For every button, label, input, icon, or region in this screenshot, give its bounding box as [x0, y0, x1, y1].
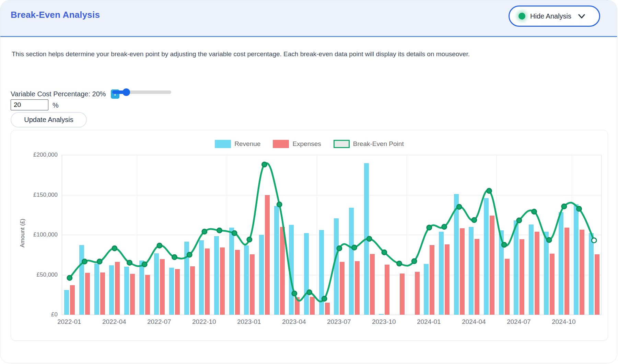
breakeven-point-2022-07[interactable]	[157, 243, 162, 248]
breakeven-point-2024-02[interactable]	[442, 225, 447, 229]
breakeven-point-2023-06[interactable]	[322, 296, 327, 301]
breakeven-point-2023-03[interactable]	[277, 202, 282, 207]
breakeven-point-2023-12[interactable]	[412, 259, 417, 264]
breakeven-point-2024-11[interactable]	[577, 206, 582, 211]
breakeven-point-2022-12[interactable]	[232, 231, 237, 235]
breakeven-point-2024-06[interactable]	[502, 242, 506, 247]
breakeven-point-2024-01[interactable]	[427, 225, 432, 230]
breakeven-point-2022-10[interactable]	[202, 229, 207, 234]
y-tick-label: £50,000	[37, 271, 58, 278]
legend-item-expenses[interactable]: Expenses	[273, 140, 321, 148]
x-tick-label: 2022-07	[147, 318, 171, 326]
x-tick-label: 2024-04	[462, 318, 486, 326]
y-tick-label: £200,000	[33, 151, 58, 158]
y-axis-title: Amount (£)	[19, 213, 26, 254]
breakeven-point-2022-09[interactable]	[187, 252, 192, 257]
breakeven-point-2022-05[interactable]	[127, 260, 132, 265]
breakeven-point-2024-03[interactable]	[457, 204, 462, 209]
breakeven-swatch	[334, 140, 350, 148]
y-tick-label: £0	[51, 311, 58, 318]
breakeven-point-2024-07[interactable]	[517, 218, 522, 223]
breakeven-point-2022-04[interactable]	[112, 246, 117, 251]
revenue-swatch	[215, 140, 231, 148]
variable-cost-slider[interactable]	[112, 88, 171, 96]
breakeven-point-2024-08[interactable]	[532, 209, 537, 214]
x-tick-label: 2022-04	[102, 318, 126, 326]
x-tick-label: 2022-01	[57, 318, 81, 326]
breakeven-point-2022-08[interactable]	[172, 255, 177, 259]
breakeven-point-2023-09[interactable]	[367, 236, 372, 241]
hide-analysis-button[interactable]: Hide Analysis	[509, 5, 600, 27]
breakeven-point-2022-03[interactable]	[97, 259, 102, 264]
breakeven-point-2023-04[interactable]	[292, 291, 297, 296]
status-dot-icon	[518, 13, 525, 20]
chevron-down-icon	[578, 14, 585, 19]
x-tick-label: 2024-10	[552, 318, 576, 326]
hide-analysis-label: Hide Analysis	[530, 12, 571, 20]
break-even-analysis-panel: Break-Even Analysis Hide Analysis This s…	[0, 0, 617, 363]
legend-item-breakeven[interactable]: Break-Even Point	[334, 140, 404, 148]
breakeven-point-2023-07[interactable]	[337, 246, 342, 251]
legend-item-revenue[interactable]: Revenue	[215, 140, 260, 148]
expenses-swatch	[273, 140, 289, 148]
percent-suffix-label: %	[53, 101, 59, 109]
breakeven-point-2024-09[interactable]	[547, 238, 551, 242]
page-title: Break-Even Analysis	[11, 10, 100, 20]
breakeven-point-2022-02[interactable]	[82, 259, 87, 264]
breakeven-point-2024-05[interactable]	[487, 189, 492, 193]
legend-label-revenue: Revenue	[234, 140, 260, 148]
breakeven-line	[70, 163, 594, 302]
section-header: Break-Even Analysis Hide Analysis	[0, 0, 617, 37]
chart-plot-area[interactable]	[62, 155, 602, 315]
breakeven-point-2022-11[interactable]	[217, 228, 222, 233]
x-tick-label: 2022-10	[192, 318, 216, 326]
breakeven-point-2022-06[interactable]	[142, 262, 147, 267]
chart-legend: Revenue Expenses Break-Even Point	[11, 140, 608, 148]
x-tick-label: 2024-01	[417, 318, 441, 326]
breakeven-line-svg	[62, 155, 602, 315]
x-tick-label: 2023-04	[282, 318, 306, 326]
breakeven-point-2024-04[interactable]	[472, 218, 477, 222]
y-tick-label: £150,000	[33, 192, 58, 198]
breakeven-point-2023-05[interactable]	[307, 290, 312, 295]
breakeven-point-2023-11[interactable]	[397, 261, 402, 266]
x-tick-label: 2023-01	[237, 318, 261, 326]
slider-thumb[interactable]	[123, 88, 130, 96]
x-tick-label: 2023-10	[372, 318, 396, 326]
breakeven-point-2022-01[interactable]	[67, 276, 72, 280]
breakeven-point-2024-10[interactable]	[562, 204, 567, 209]
percentage-input[interactable]	[11, 99, 48, 110]
update-analysis-button[interactable]: Update Analysis	[11, 112, 87, 128]
x-tick-label: 2023-07	[327, 318, 351, 326]
breakeven-point-2023-02[interactable]	[262, 162, 267, 167]
y-tick-label: £100,000	[33, 231, 58, 238]
variable-cost-label: Variable Cost Percentage: 20%	[11, 90, 106, 98]
legend-label-breakeven: Break-Even Point	[353, 140, 404, 148]
breakeven-point-2023-08[interactable]	[352, 245, 357, 250]
variable-cost-row: Variable Cost Percentage: 20% i	[11, 89, 119, 99]
legend-label-expenses: Expenses	[292, 140, 321, 148]
x-tick-label: 2024-07	[507, 318, 531, 326]
section-description: This section helps determine your break-…	[12, 50, 526, 58]
break-even-chart-card: Revenue Expenses Break-Even Point Amount…	[11, 130, 608, 341]
breakeven-point-2024-12[interactable]	[592, 238, 596, 243]
breakeven-point-2023-01[interactable]	[247, 237, 252, 242]
breakeven-point-2023-10[interactable]	[382, 250, 387, 255]
